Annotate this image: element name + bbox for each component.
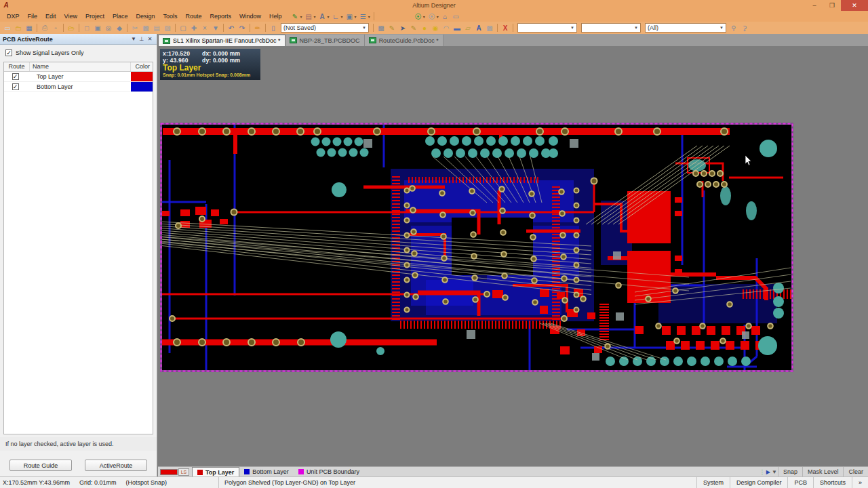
mask-dropdown-2[interactable]: ▼ [581,23,641,33]
menu-view[interactable]: View [60,11,81,22]
undo-icon[interactable]: ↶ [226,22,237,33]
maximize-button[interactable]: ❐ [823,0,841,11]
align-icon[interactable]: ☰▾ [358,12,371,21]
browse-icon[interactable]: ▯ [268,22,279,33]
select-pointer-icon[interactable]: ➤ [397,22,408,33]
duplicate-icon[interactable]: ▨ [162,22,173,33]
snap-button[interactable]: Snap [778,467,802,476]
column-name[interactable]: Name [30,62,131,71]
column-route[interactable]: Route [4,62,30,71]
tab-routeguide[interactable]: RouteGuide.PcbDoc * [365,35,443,46]
pencil-icon[interactable]: ✏ [252,22,263,33]
print-preview-icon[interactable]: ▫ [50,22,61,33]
copy-icon[interactable]: ▩ [140,22,151,33]
layer-color-dots-icon[interactable]: ⋮ [760,469,765,475]
layer-filter-icon[interactable]: ▼ [772,469,777,475]
close-button[interactable]: ✕ [841,0,868,11]
redo-icon[interactable]: ↷ [237,22,248,33]
top-layer-checkbox[interactable]: ✓ [12,73,19,80]
mask-dropdown-1[interactable]: ▼ [517,23,577,33]
clear-button[interactable]: Clear [843,467,868,476]
select-area-icon[interactable]: ▢ [178,22,189,33]
home-icon[interactable]: ⌂ [440,12,450,21]
panel-menu-icon[interactable]: ▼ [130,36,138,42]
activeroute-button[interactable]: ActiveRoute [85,460,147,471]
deselect-icon[interactable]: × [199,22,210,33]
layer-set-button[interactable]: LS [178,468,189,476]
open-document-icon[interactable]: 🗀 [13,22,24,33]
minimize-button[interactable]: – [806,0,823,11]
layer-tab-bottom[interactable]: Bottom Layer [239,467,294,476]
menu-edit[interactable]: Edit [41,11,60,22]
fill-icon[interactable]: ▬ [452,22,462,33]
zoom-area-icon[interactable]: ◆ [114,22,125,33]
string-icon[interactable]: A [473,22,484,33]
menu-file[interactable]: File [24,11,42,22]
move-icon[interactable]: ✚ [189,22,199,33]
save-icon[interactable]: ▦ [24,22,35,33]
nav-back-icon[interactable]: ⦿▾ [427,12,439,21]
show-signal-layers-checkbox[interactable]: ✓ [5,49,12,56]
menu-help[interactable]: Help [265,11,286,22]
system-panels-button[interactable]: System [696,477,730,488]
saved-state-dropdown[interactable]: (Not Saved)▼ [281,23,369,33]
tab-sl1-xilinx[interactable]: SL1 Xilinx Spartan-IIE Fanout.PcbDoc * [158,35,285,46]
print-icon[interactable]: ⎙ [39,22,50,33]
hatch-icon[interactable]: ▩ [376,22,387,33]
menu-route[interactable]: Route [181,11,205,22]
new-document-icon[interactable]: ▭ [2,22,13,33]
polygon-icon[interactable]: ▱ [462,22,473,33]
zoom-fit-icon[interactable]: ▣ [92,22,103,33]
layer-tab-top[interactable]: Top Layer [192,467,239,476]
menu-project[interactable]: Project [81,11,108,22]
menu-window[interactable]: Window [235,11,265,22]
column-color[interactable]: Color [131,62,153,71]
top-layer-color-swatch[interactable] [131,72,153,81]
bottom-layer-color-swatch[interactable] [131,82,153,92]
nav-forward-icon[interactable]: ⦿▾ [413,12,426,21]
cross-probe-icon[interactable]: X [500,22,511,33]
clear-filter-icon[interactable]: ▼ [210,22,221,33]
pcb-canvas[interactable] [160,123,793,372]
design-compiler-panels-button[interactable]: Design Compiler [730,477,788,488]
menu-tools[interactable]: Tools [159,11,181,22]
menu-reports[interactable]: Reports [206,11,236,22]
mask-level-button[interactable]: Mask Level [802,467,844,476]
paste-icon[interactable]: ▤ [151,22,162,33]
table-row-top-layer[interactable]: ✓ Top Layer [4,72,153,82]
open-project-icon[interactable]: 🗁 [66,22,77,33]
filter-clear-icon[interactable]: ⚳ [739,22,750,33]
shortcuts-panels-button[interactable]: Shortcuts [813,477,852,488]
ruler-icon[interactable]: ∟▾ [331,12,344,21]
menu-design[interactable]: Design [132,11,159,22]
scope-filter-dropdown[interactable]: (All)▼ [645,23,726,33]
cut-icon[interactable]: ✂ [130,22,140,33]
bottom-layer-checkbox[interactable]: ✓ [12,83,19,90]
grid-icon[interactable]: ▣▾ [344,12,357,21]
current-layer-swatch[interactable] [160,469,178,475]
place-line-icon[interactable]: ✎▾ [290,12,303,21]
document-icon[interactable]: ▭ [451,12,461,21]
menu-place[interactable]: Place [108,11,132,22]
via-icon[interactable]: ◉ [430,22,441,33]
tab-nbp28[interactable]: NBP-28_TB.PCBDOC [285,35,365,46]
filter-apply-icon[interactable]: ⚲ [728,22,739,33]
zoom-in-icon[interactable]: ◎ [103,22,114,33]
route-guide-button[interactable]: Route Guide [9,460,72,471]
layer-stack-icon[interactable]: ▤▾ [304,12,317,21]
pcb-workspace[interactable]: x:170.520dx: 0.000 mm y: 43.960dy: 0.000… [158,46,868,466]
table-row-bottom-layer[interactable]: ✓ Bottom Layer [4,82,153,92]
panels-overflow-button[interactable]: » [852,477,868,488]
pad-icon[interactable]: ● [419,22,430,33]
arc-icon[interactable]: ◠ [441,22,452,33]
menu-dxp[interactable]: DXP [3,11,24,22]
route-diff-pair-icon[interactable]: ✎ [408,22,419,33]
footprint-icon[interactable]: A▾ [317,12,330,21]
layer-tab-unit-pcb-boundary[interactable]: Unit PCB Boundary [294,467,364,476]
interactive-route-icon[interactable]: ✎ [387,22,397,33]
pcb-panels-button[interactable]: PCB [787,477,813,488]
panel-close-icon[interactable]: ✕ [146,36,154,42]
zoom-document-icon[interactable]: □ [81,22,92,33]
panel-pin-icon[interactable]: ⊥ [138,36,146,42]
layer-next-icon[interactable]: ▶ [766,469,770,475]
